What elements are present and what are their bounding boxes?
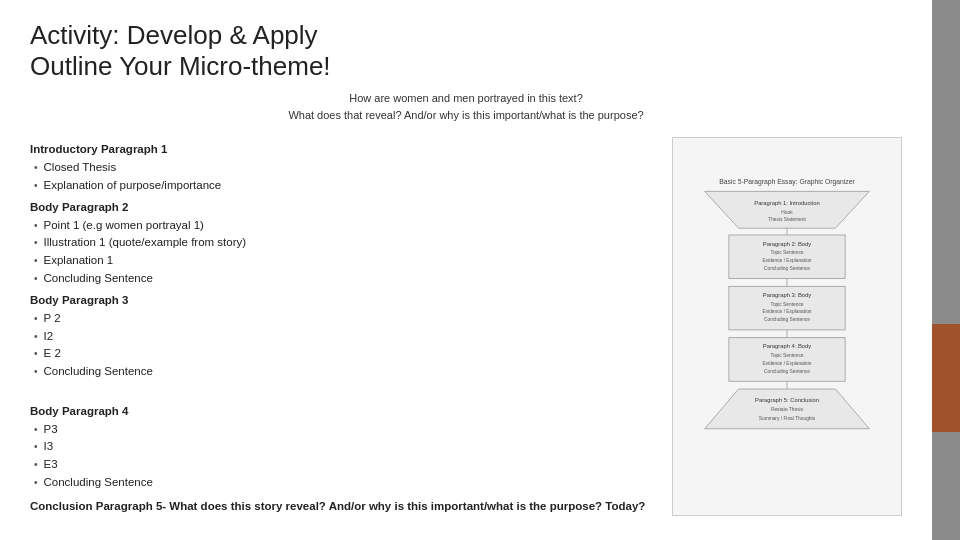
svg-text:Paragraph 2: Body: Paragraph 2: Body	[763, 240, 811, 246]
title-line1: Activity: Develop & Apply	[30, 20, 318, 50]
section-header-body4: Body Paragraph 4	[30, 403, 652, 421]
subtitle-block: How are women and men portrayed in this …	[30, 90, 902, 123]
conclusion-line: Conclusion Paragraph 5- What does this s…	[30, 498, 652, 516]
list-item: •I3	[34, 438, 652, 456]
sidebar-mid	[932, 324, 960, 432]
svg-text:Topic Sentence: Topic Sentence	[770, 301, 803, 306]
svg-text:Summary / Final Thoughts: Summary / Final Thoughts	[759, 416, 816, 421]
list-item: •Concluding Sentence	[34, 270, 652, 288]
list-item: •P 2	[34, 310, 652, 328]
svg-text:Concluding Sentence: Concluding Sentence	[764, 265, 810, 270]
essay-diagram: Basic 5-Paragraph Essay: Graphic Organiz…	[682, 172, 892, 482]
list-item: •I2	[34, 328, 652, 346]
page-title: Activity: Develop & Apply Outline Your M…	[30, 20, 902, 82]
sidebar-bot	[932, 432, 960, 540]
list-item: •Point 1 (e.g women portrayal 1)	[34, 217, 652, 235]
svg-text:Paragraph 1: Introduction: Paragraph 1: Introduction	[754, 199, 819, 205]
svg-text:Paragraph 3: Body: Paragraph 3: Body	[763, 291, 811, 297]
section-header-body2: Body Paragraph 2	[30, 199, 652, 217]
list-item: •Concluding Sentence	[34, 474, 652, 492]
list-item: •E3	[34, 456, 652, 474]
section-header-body3: Body Paragraph 3	[30, 292, 652, 310]
list-item: •Explanation 1	[34, 252, 652, 270]
svg-text:Basic 5-Paragraph Essay: Graph: Basic 5-Paragraph Essay: Graphic Organiz…	[719, 177, 855, 185]
list-item: •P3	[34, 421, 652, 439]
list-item: •Concluding Sentence	[34, 363, 652, 381]
outline-text: Introductory Paragraph 1 •Closed Thesis …	[30, 137, 652, 515]
subtitle-line1: How are women and men portrayed in this …	[30, 90, 902, 107]
list-item: •Closed Thesis	[34, 159, 652, 177]
subtitle-line2: What does that reveal? And/or why is thi…	[30, 107, 902, 124]
main-content: Activity: Develop & Apply Outline Your M…	[0, 0, 932, 540]
svg-text:Restate Thesis: Restate Thesis	[771, 407, 804, 412]
svg-text:Evidence / Explanation: Evidence / Explanation	[762, 360, 811, 365]
svg-text:Paragraph 4: Body: Paragraph 4: Body	[763, 343, 811, 349]
diagram-area: Basic 5-Paragraph Essay: Graphic Organiz…	[672, 137, 902, 515]
svg-text:Topic Sentence: Topic Sentence	[770, 250, 803, 255]
svg-text:Topic Sentence: Topic Sentence	[770, 353, 803, 358]
svg-text:Concluding Sentence: Concluding Sentence	[764, 368, 810, 373]
svg-text:Thesis Statement: Thesis Statement	[768, 217, 806, 222]
svg-text:Paragraph 5: Conclusion: Paragraph 5: Conclusion	[755, 396, 819, 402]
svg-text:Hook: Hook	[781, 209, 793, 214]
title-line2: Outline Your Micro-theme!	[30, 51, 331, 81]
list-item: •E 2	[34, 345, 652, 363]
list-item: •Explanation of purpose/importance	[34, 177, 652, 195]
svg-text:Concluding Sentence: Concluding Sentence	[764, 317, 810, 322]
right-sidebar	[932, 0, 960, 540]
section-header-intro: Introductory Paragraph 1	[30, 141, 652, 159]
svg-text:Evidence / Explanation: Evidence / Explanation	[762, 258, 811, 263]
svg-text:Evidence / Explanation: Evidence / Explanation	[762, 309, 811, 314]
sidebar-top	[932, 0, 960, 324]
list-item: •Illustration 1 (quote/example from stor…	[34, 234, 652, 252]
content-area: Introductory Paragraph 1 •Closed Thesis …	[30, 137, 902, 515]
